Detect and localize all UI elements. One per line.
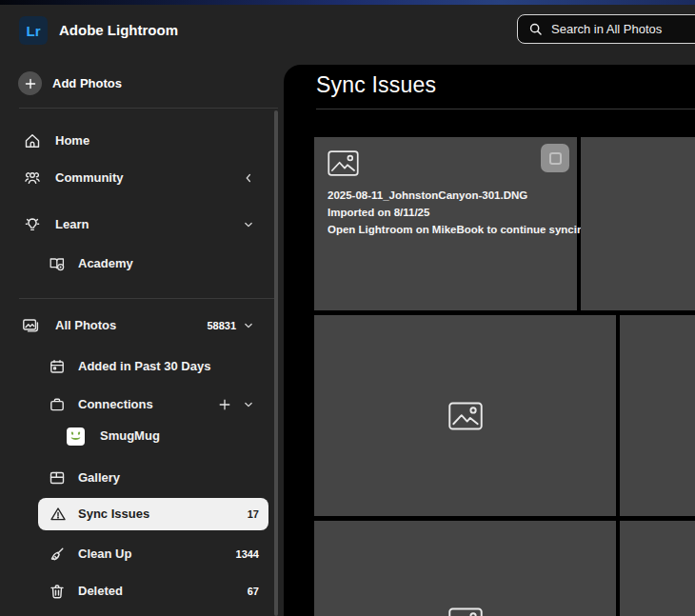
sidebar-item-learn[interactable]: Learn — [0, 209, 278, 241]
photo-tile-sync-issue[interactable]: 2025-08-11_JohnstonCanyon-301.DNG Import… — [314, 137, 577, 310]
search-icon — [527, 21, 544, 37]
logo-text: Lr — [27, 23, 41, 39]
box-icon — [48, 395, 67, 414]
lightroom-app: { "header": { "logo_text": "Lr", "app_ti… — [0, 0, 695, 616]
image-placeholder-icon — [328, 150, 359, 176]
chevron-down-icon[interactable] — [242, 218, 255, 231]
item-count: 17 — [248, 508, 259, 520]
sidebar-item-smugmug[interactable]: SmugMug — [0, 420, 278, 452]
add-photos-label: Add Photos — [52, 76, 122, 90]
home-icon — [23, 131, 42, 150]
sidebar-item-label: Deleted — [78, 584, 123, 598]
image-placeholder-icon — [448, 607, 483, 616]
sidebar-divider — [19, 108, 278, 109]
sidebar-item-added-past-30-days[interactable]: Added in Past 30 Days — [0, 350, 278, 383]
sidebar-item-label: Learn — [55, 217, 89, 231]
sidebar-item-label: All Photos — [55, 318, 116, 332]
photo-tile-sync-issue[interactable] — [314, 315, 616, 516]
lightroom-logo: Lr — [19, 16, 48, 45]
broom-icon — [48, 545, 67, 564]
page-title: Sync Issues — [316, 72, 436, 98]
image-placeholder-icon — [448, 402, 483, 430]
sidebar-item-sync-issues[interactable]: Sync Issues 17 — [38, 498, 268, 530]
sidebar-item-label: Academy — [78, 256, 133, 270]
search-input[interactable] — [551, 22, 694, 36]
photo-tile-sync-issue[interactable] — [620, 315, 695, 516]
all-photos-icon — [21, 316, 40, 335]
title-divider — [316, 109, 695, 109]
sidebar-item-label: Gallery — [78, 470, 120, 485]
sidebar-item-gallery[interactable]: Gallery — [0, 462, 278, 494]
app-title: Adobe Lightroom — [59, 22, 178, 38]
item-count: 58831 — [207, 320, 236, 331]
window-top-strip — [0, 0, 695, 5]
add-photos-button[interactable]: Add Photos — [18, 71, 122, 95]
item-count: 1344 — [236, 548, 259, 560]
plus-circle-icon — [18, 71, 42, 95]
sidebar-item-academy[interactable]: Academy — [0, 248, 278, 280]
sidebar-item-label: Community — [55, 170, 124, 185]
sidebar-item-all-photos[interactable]: All Photos 58831 — [0, 309, 278, 342]
gallery-grid-icon — [48, 468, 67, 487]
chevron-down-icon[interactable] — [242, 398, 255, 411]
sidebar-item-label: Connections — [78, 397, 153, 411]
sidebar-item-home[interactable]: Home — [0, 125, 278, 157]
sidebar-item-label: Clean Up — [78, 546, 131, 561]
tile-sync-message: Open Lightroom on MikeBook to continue s… — [328, 221, 567, 238]
photo-tile-sync-issue[interactable] — [314, 521, 616, 616]
add-connection-button[interactable] — [217, 397, 232, 412]
trash-icon — [48, 582, 67, 601]
sidebar-item-clean-up[interactable]: Clean Up 1344 — [0, 538, 278, 570]
checkbox-square — [549, 152, 562, 165]
sidebar-item-label: SmugMug — [100, 428, 160, 443]
academy-icon — [48, 254, 67, 273]
item-count: 67 — [248, 586, 259, 597]
warning-triangle-icon — [49, 505, 68, 524]
sidebar-item-label: Home — [55, 133, 89, 148]
photo-tile-sync-issue[interactable] — [620, 521, 695, 616]
tile-info: 2025-08-11_JohnstonCanyon-301.DNG Import… — [328, 187, 567, 238]
sidebar-scrollbar[interactable] — [274, 110, 278, 616]
chevron-down-icon[interactable] — [242, 319, 255, 332]
main-panel: Sync Issues 2025-08-11_JohnstonCanyon-30… — [284, 65, 695, 616]
sidebar-item-label: Added in Past 30 Days — [78, 359, 210, 373]
photo-tile-sync-issue[interactable] — [581, 137, 695, 310]
sidebar-item-label: Sync Issues — [78, 507, 149, 521]
tile-filename: 2025-08-11_JohnstonCanyon-301.DNG — [328, 187, 567, 204]
sidebar-item-connections[interactable]: Connections — [0, 388, 278, 421]
calendar-icon — [48, 357, 67, 376]
tile-imported-date: Imported on 8/11/25 — [328, 204, 567, 221]
chevron-left-icon[interactable] — [242, 171, 255, 185]
sidebar-item-community[interactable]: Community — [0, 162, 278, 194]
sidebar-divider — [19, 298, 278, 299]
smugmug-logo-icon — [67, 427, 86, 447]
community-icon — [23, 169, 42, 188]
tile-select-checkbox[interactable] — [541, 144, 569, 172]
sidebar-item-deleted[interactable]: Deleted 67 — [0, 575, 278, 607]
search-box[interactable] — [517, 14, 695, 44]
lightbulb-icon — [23, 215, 42, 234]
